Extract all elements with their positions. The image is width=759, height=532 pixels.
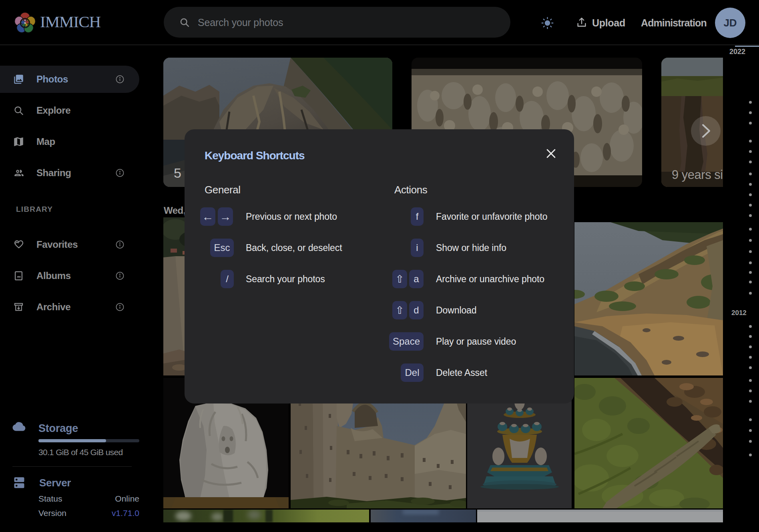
svg-text:9 years si: 9 years si <box>672 168 723 182</box>
